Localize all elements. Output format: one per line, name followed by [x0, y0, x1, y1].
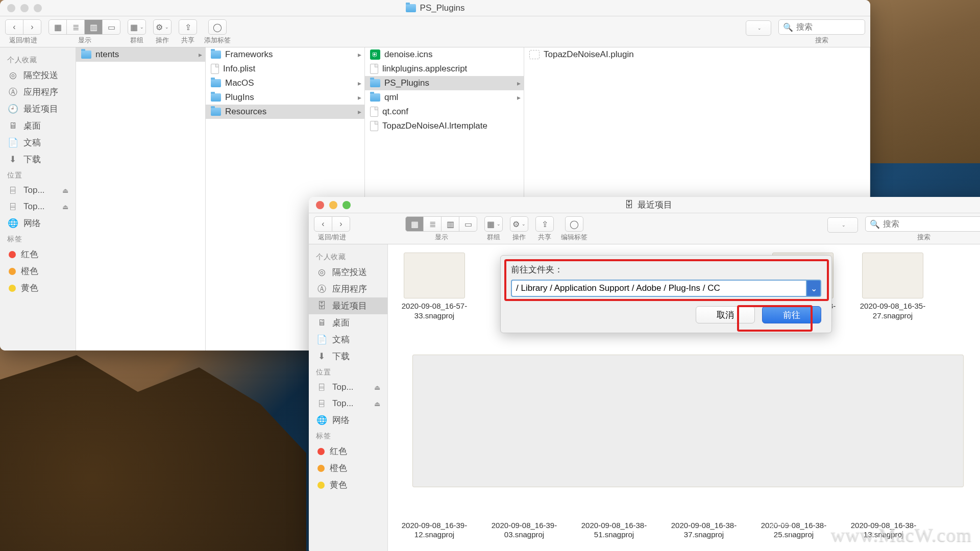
eject-icon[interactable]: ⏏ — [374, 400, 380, 408]
gallery-view-button[interactable]: ▭ — [102, 19, 120, 35]
list-item[interactable]: linkplugins.applescript — [365, 62, 524, 76]
group-button[interactable]: ▦⌄ — [484, 216, 503, 232]
large-thumbnail[interactable] — [412, 355, 964, 487]
list-item[interactable]: Info.plist — [206, 62, 364, 76]
eject-icon[interactable]: ⏏ — [62, 203, 68, 211]
column-view-button[interactable]: ▥ — [441, 216, 459, 232]
list-item[interactable]: PS_Plugins▸ — [365, 76, 524, 90]
list-item[interactable]: PlugIns▸ — [206, 90, 364, 105]
thumbnail — [862, 253, 923, 298]
file-item[interactable]: 2020-09-08_16-57-33.snagproj — [396, 253, 473, 321]
back-button[interactable]: ‹ — [314, 216, 332, 232]
sidebar-item-documents[interactable]: 📄文稿 — [309, 331, 387, 348]
eject-icon[interactable]: ⏏ — [62, 187, 68, 194]
search-input[interactable] — [883, 219, 978, 229]
file-item[interactable]: 2020-09-08_16-39-12.snagproj — [396, 521, 473, 540]
sidebar-item-network[interactable]: 🌐网络 — [309, 412, 387, 429]
back-button[interactable]: ‹ — [5, 19, 23, 35]
list-item[interactable]: MacOS▸ — [206, 76, 364, 90]
sidebar-item-downloads[interactable]: ⬇下载 — [309, 348, 387, 365]
search-field[interactable]: 🔍 — [778, 19, 865, 35]
list-item[interactable]: Resources▸ — [206, 105, 364, 119]
search-input[interactable] — [796, 22, 861, 32]
list-item[interactable]: Frameworks▸ — [206, 47, 364, 62]
sidebar-tag-yellow[interactable]: 黄色 — [0, 280, 76, 296]
edit-tags-button[interactable]: ◯ — [565, 216, 583, 232]
file-item[interactable]: 2020-09-08_16-38-51.snagproj — [576, 521, 652, 540]
dropdown-button[interactable]: ⌄ — [806, 280, 821, 297]
forward-button[interactable]: › — [23, 19, 41, 35]
sidebar-item-airdrop[interactable]: ◎隔空投送 — [309, 264, 387, 281]
gallery-view-button[interactable]: ▭ — [459, 216, 477, 232]
finder-window-recents: 🗄 最近项目 ‹ › 返回/前进 ▦ ≣ ▥ ▭ 显示 ▦⌄ 群组 ⚙ — [309, 197, 980, 551]
folder-icon — [370, 79, 380, 87]
group-button[interactable]: ▦⌄ — [128, 19, 146, 35]
forward-button[interactable]: › — [332, 216, 350, 232]
list-view-button[interactable]: ≣ — [66, 19, 85, 35]
sidebar-tag-orange[interactable]: 橙色 — [0, 263, 76, 280]
list-item[interactable]: ⛨denoise.icns — [365, 47, 524, 62]
search-icon: 🔍 — [870, 219, 880, 229]
sidebar-item-network[interactable]: 🌐网络 — [0, 215, 76, 232]
disk-icon: ⌸ — [316, 398, 327, 409]
sidebar-item-recents[interactable]: 🕘最近项目 — [0, 101, 76, 117]
goto-folder-dialog: 前往文件夹： ⌄ 取消 前往 — [500, 255, 832, 333]
sidebar-item-apps[interactable]: Ⓐ应用程序 — [0, 84, 76, 101]
column-view-button[interactable]: ▥ — [84, 19, 103, 35]
dropdown-button[interactable]: ⌄ — [746, 20, 771, 36]
file-item[interactable]: 2020-09-08_16-38-25.snagproj — [755, 521, 832, 540]
sidebar-item-airdrop[interactable]: ◎隔空投送 — [0, 67, 76, 84]
sidebar: 个人收藏 ◎隔空投送 Ⓐ应用程序 🕘最近项目 🖥桌面 📄文稿 ⬇下载 位置 ⌸T… — [0, 47, 76, 350]
sidebar-item-desktop[interactable]: 🖥桌面 — [309, 314, 387, 331]
icon-view-button[interactable]: ▦ — [405, 216, 424, 232]
list-item[interactable]: TopazDeNoiseAI.lrtemplate — [365, 119, 524, 133]
share-button[interactable]: ⇪ — [179, 19, 197, 35]
column-1[interactable]: ntents▸ — [76, 47, 206, 350]
eject-icon[interactable]: ⏏ — [374, 384, 380, 391]
share-button[interactable]: ⇪ — [535, 216, 554, 232]
go-button[interactable]: 前往 — [762, 306, 821, 323]
sidebar-item-apps[interactable]: Ⓐ应用程序 — [309, 281, 387, 297]
documents-icon: 📄 — [7, 137, 18, 148]
list-item[interactable]: ntents▸ — [76, 47, 205, 62]
titlebar[interactable]: PS_Plugins — [0, 0, 870, 16]
apps-icon: Ⓐ — [316, 284, 327, 295]
action-button[interactable]: ⚙⌄ — [153, 19, 172, 35]
list-item[interactable]: TopazDeNoiseAI.plugin — [524, 47, 870, 62]
path-input[interactable] — [511, 280, 806, 297]
file-item[interactable]: 2020-09-08_16-39-03.snagproj — [486, 521, 562, 540]
list-view-button[interactable]: ≣ — [423, 216, 442, 232]
list-item[interactable]: qt.conf — [365, 105, 524, 119]
search-field[interactable]: 🔍 — [865, 216, 980, 232]
sidebar-item-downloads[interactable]: ⬇下载 — [0, 151, 76, 168]
sidebar-item-disk[interactable]: ⌸Top...⏏ — [309, 379, 387, 395]
action-button[interactable]: ⚙⌄ — [510, 216, 528, 232]
sidebar-item-desktop[interactable]: 🖥桌面 — [0, 117, 76, 134]
sidebar-tag-yellow[interactable]: 黄色 — [309, 477, 387, 493]
sidebar-tag-red[interactable]: 红色 — [0, 246, 76, 263]
chevron-right-icon: ▸ — [199, 51, 202, 59]
icon-view-button[interactable]: ▦ — [48, 19, 67, 35]
sidebar-item-documents[interactable]: 📄文稿 — [0, 134, 76, 151]
plugin-icon — [529, 50, 540, 59]
dropdown-button[interactable]: ⌄ — [827, 217, 858, 233]
share-label: 共享 — [538, 233, 551, 242]
file-item[interactable]: 2020-09-08_16-35-27.snagproj — [854, 253, 931, 321]
sidebar-item-disk[interactable]: ⌸Top...⏏ — [309, 395, 387, 412]
view-switcher[interactable]: ▦ ≣ ▥ ▭ — [48, 19, 120, 35]
sidebar-tag-orange[interactable]: 橙色 — [309, 460, 387, 477]
cancel-button[interactable]: 取消 — [696, 306, 755, 323]
sidebar-tag-red[interactable]: 红色 — [309, 443, 387, 460]
documents-icon: 📄 — [316, 334, 327, 345]
view-switcher[interactable]: ▦ ≣ ▥ ▭ — [405, 216, 477, 232]
sidebar-header-tags: 标签 — [309, 429, 387, 443]
toolbar: ‹ › 返回/前进 ▦ ≣ ▥ ▭ 显示 ▦⌄ 群组 ⚙⌄ 操作 ⇪ 共享 — [309, 213, 980, 244]
sidebar-item-recents[interactable]: 🗄最近项目 — [309, 297, 387, 314]
tags-button[interactable]: ◯ — [208, 19, 227, 35]
file-item[interactable]: 2020-09-08_16-38-37.snagproj — [666, 521, 742, 540]
sidebar-item-disk[interactable]: ⌸Top...⏏ — [0, 198, 76, 215]
sidebar-item-disk[interactable]: ⌸Top...⏏ — [0, 182, 76, 198]
titlebar[interactable]: 🗄 最近项目 — [309, 197, 980, 213]
airdrop-icon: ◎ — [7, 70, 18, 81]
list-item[interactable]: qml▸ — [365, 90, 524, 105]
